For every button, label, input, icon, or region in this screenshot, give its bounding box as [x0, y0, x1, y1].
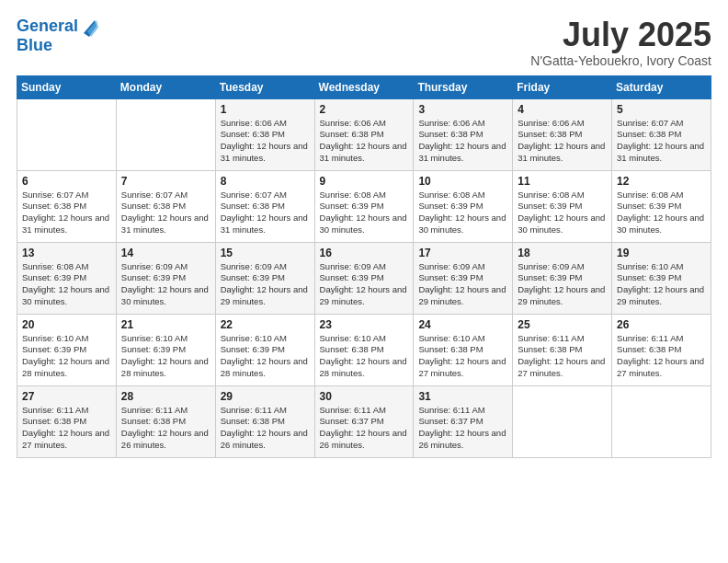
day-cell: 12Sunrise: 6:08 AM Sunset: 6:39 PM Dayli…	[612, 170, 711, 242]
location: N'Gatta-Yebouekro, Ivory Coast	[530, 53, 711, 68]
day-cell: 5Sunrise: 6:07 AM Sunset: 6:38 PM Daylig…	[612, 98, 711, 170]
day-number: 21	[121, 318, 210, 331]
day-info: Sunrise: 6:08 AM Sunset: 6:39 PM Dayligh…	[418, 190, 507, 236]
day-cell: 14Sunrise: 6:09 AM Sunset: 6:39 PM Dayli…	[116, 242, 215, 314]
day-number: 24	[418, 318, 507, 331]
day-cell: 2Sunrise: 6:06 AM Sunset: 6:38 PM Daylig…	[314, 98, 414, 170]
day-number: 20	[22, 318, 111, 331]
day-cell: 20Sunrise: 6:10 AM Sunset: 6:39 PM Dayli…	[17, 314, 117, 385]
day-cell: 7Sunrise: 6:07 AM Sunset: 6:38 PM Daylig…	[116, 170, 215, 242]
day-info: Sunrise: 6:09 AM Sunset: 6:39 PM Dayligh…	[121, 261, 210, 308]
day-cell	[116, 98, 215, 170]
day-info: Sunrise: 6:10 AM Sunset: 6:39 PM Dayligh…	[221, 333, 310, 380]
day-number: 27	[22, 390, 111, 403]
calendar: Sunday Monday Tuesday Wednesday Thursday…	[17, 75, 711, 458]
day-number: 5	[617, 103, 706, 116]
day-cell: 26Sunrise: 6:11 AM Sunset: 6:38 PM Dayli…	[612, 314, 711, 385]
day-info: Sunrise: 6:08 AM Sunset: 6:39 PM Dayligh…	[22, 261, 111, 308]
calendar-body: 1Sunrise: 6:06 AM Sunset: 6:38 PM Daylig…	[17, 98, 711, 457]
day-info: Sunrise: 6:09 AM Sunset: 6:39 PM Dayligh…	[221, 261, 310, 308]
day-cell: 29Sunrise: 6:11 AM Sunset: 6:38 PM Dayli…	[215, 385, 314, 457]
day-info: Sunrise: 6:10 AM Sunset: 6:39 PM Dayligh…	[121, 333, 210, 380]
day-info: Sunrise: 6:06 AM Sunset: 6:38 PM Dayligh…	[320, 118, 409, 165]
day-cell: 3Sunrise: 6:06 AM Sunset: 6:38 PM Daylig…	[414, 98, 513, 170]
day-cell: 10Sunrise: 6:08 AM Sunset: 6:39 PM Dayli…	[414, 170, 513, 242]
day-cell: 13Sunrise: 6:08 AM Sunset: 6:39 PM Dayli…	[17, 242, 117, 314]
day-number: 29	[221, 390, 310, 403]
day-cell: 27Sunrise: 6:11 AM Sunset: 6:38 PM Dayli…	[17, 385, 117, 457]
day-cell: 4Sunrise: 6:06 AM Sunset: 6:38 PM Daylig…	[513, 98, 612, 170]
day-info: Sunrise: 6:06 AM Sunset: 6:38 PM Dayligh…	[418, 118, 507, 165]
day-number: 8	[221, 175, 310, 188]
week-row-2: 13Sunrise: 6:08 AM Sunset: 6:39 PM Dayli…	[17, 242, 711, 314]
day-info: Sunrise: 6:07 AM Sunset: 6:38 PM Dayligh…	[617, 118, 706, 165]
day-info: Sunrise: 6:08 AM Sunset: 6:39 PM Dayligh…	[320, 190, 409, 236]
day-info: Sunrise: 6:07 AM Sunset: 6:38 PM Dayligh…	[22, 190, 111, 236]
day-cell: 24Sunrise: 6:10 AM Sunset: 6:38 PM Dayli…	[414, 314, 513, 385]
day-info: Sunrise: 6:11 AM Sunset: 6:38 PM Dayligh…	[22, 405, 111, 452]
header-saturday: Saturday	[612, 75, 711, 98]
day-number: 10	[418, 175, 507, 188]
day-info: Sunrise: 6:07 AM Sunset: 6:38 PM Dayligh…	[221, 190, 310, 236]
day-info: Sunrise: 6:11 AM Sunset: 6:38 PM Dayligh…	[221, 405, 310, 452]
day-number: 22	[221, 318, 310, 331]
day-info: Sunrise: 6:09 AM Sunset: 6:39 PM Dayligh…	[518, 261, 607, 308]
day-number: 31	[418, 390, 507, 403]
day-number: 9	[320, 175, 409, 188]
day-info: Sunrise: 6:07 AM Sunset: 6:38 PM Dayligh…	[121, 190, 210, 236]
day-cell: 8Sunrise: 6:07 AM Sunset: 6:38 PM Daylig…	[215, 170, 314, 242]
day-info: Sunrise: 6:10 AM Sunset: 6:39 PM Dayligh…	[22, 333, 111, 380]
day-info: Sunrise: 6:10 AM Sunset: 6:38 PM Dayligh…	[320, 333, 409, 380]
day-info: Sunrise: 6:11 AM Sunset: 6:37 PM Dayligh…	[418, 405, 507, 452]
header: General Blue July 2025 N'Gatta-Yebouekro…	[17, 17, 711, 68]
day-cell: 15Sunrise: 6:09 AM Sunset: 6:39 PM Dayli…	[215, 242, 314, 314]
week-row-3: 20Sunrise: 6:10 AM Sunset: 6:39 PM Dayli…	[17, 314, 711, 385]
day-cell	[612, 385, 711, 457]
logo: General Blue	[17, 17, 98, 55]
day-info: Sunrise: 6:09 AM Sunset: 6:39 PM Dayligh…	[320, 261, 409, 308]
month-title: July 2025	[530, 17, 711, 53]
day-cell	[17, 98, 117, 170]
day-cell: 11Sunrise: 6:08 AM Sunset: 6:39 PM Dayli…	[513, 170, 612, 242]
day-info: Sunrise: 6:08 AM Sunset: 6:39 PM Dayligh…	[617, 190, 706, 236]
day-number: 23	[320, 318, 409, 331]
day-info: Sunrise: 6:11 AM Sunset: 6:38 PM Dayligh…	[518, 333, 607, 380]
day-number: 15	[221, 247, 310, 259]
day-number: 1	[221, 103, 310, 116]
header-friday: Friday	[513, 75, 612, 98]
day-cell: 1Sunrise: 6:06 AM Sunset: 6:38 PM Daylig…	[215, 98, 314, 170]
day-number: 11	[518, 175, 607, 188]
day-info: Sunrise: 6:06 AM Sunset: 6:38 PM Dayligh…	[518, 118, 607, 165]
page: General Blue July 2025 N'Gatta-Yebouekro…	[0, 0, 728, 563]
header-thursday: Thursday	[414, 75, 513, 98]
day-info: Sunrise: 6:11 AM Sunset: 6:38 PM Dayligh…	[617, 333, 706, 380]
day-info: Sunrise: 6:10 AM Sunset: 6:39 PM Dayligh…	[617, 261, 706, 308]
day-cell: 21Sunrise: 6:10 AM Sunset: 6:39 PM Dayli…	[116, 314, 215, 385]
title-block: July 2025 N'Gatta-Yebouekro, Ivory Coast	[530, 17, 711, 68]
day-number: 12	[617, 175, 706, 188]
day-number: 19	[617, 247, 706, 259]
day-info: Sunrise: 6:08 AM Sunset: 6:39 PM Dayligh…	[518, 190, 607, 236]
day-number: 7	[121, 175, 210, 188]
day-number: 28	[121, 390, 210, 403]
header-monday: Monday	[116, 75, 215, 98]
day-cell: 6Sunrise: 6:07 AM Sunset: 6:38 PM Daylig…	[17, 170, 117, 242]
day-info: Sunrise: 6:06 AM Sunset: 6:38 PM Dayligh…	[221, 118, 310, 165]
day-cell: 28Sunrise: 6:11 AM Sunset: 6:38 PM Dayli…	[116, 385, 215, 457]
day-number: 26	[617, 318, 706, 331]
day-number: 2	[320, 103, 409, 116]
day-info: Sunrise: 6:10 AM Sunset: 6:38 PM Dayligh…	[418, 333, 507, 380]
day-cell: 25Sunrise: 6:11 AM Sunset: 6:38 PM Dayli…	[513, 314, 612, 385]
week-row-4: 27Sunrise: 6:11 AM Sunset: 6:38 PM Dayli…	[17, 385, 711, 457]
header-row: Sunday Monday Tuesday Wednesday Thursday…	[17, 75, 711, 98]
day-cell: 31Sunrise: 6:11 AM Sunset: 6:37 PM Dayli…	[414, 385, 513, 457]
day-number: 25	[518, 318, 607, 331]
day-number: 14	[121, 247, 210, 259]
week-row-1: 6Sunrise: 6:07 AM Sunset: 6:38 PM Daylig…	[17, 170, 711, 242]
day-number: 6	[22, 175, 111, 188]
day-info: Sunrise: 6:11 AM Sunset: 6:37 PM Dayligh…	[320, 405, 409, 452]
day-cell: 22Sunrise: 6:10 AM Sunset: 6:39 PM Dayli…	[215, 314, 314, 385]
day-cell: 9Sunrise: 6:08 AM Sunset: 6:39 PM Daylig…	[314, 170, 414, 242]
logo-text: General	[17, 17, 78, 36]
day-cell: 19Sunrise: 6:10 AM Sunset: 6:39 PM Dayli…	[612, 242, 711, 314]
